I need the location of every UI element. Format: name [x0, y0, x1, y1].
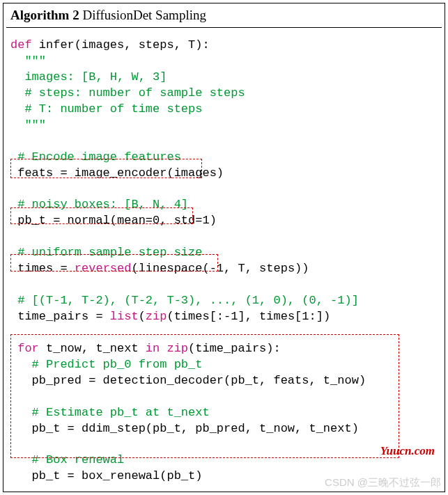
docstring-open: """ [10, 54, 46, 68]
algorithm-title: DiffusionDet Sampling [79, 8, 206, 22]
docstring-line: images: [B, H, W, 3] [10, 70, 167, 84]
docstring-line: # steps: number of sample steps [10, 86, 245, 100]
line-renewal: pb_t = box_renewal(pb_t) [10, 469, 202, 482]
line-ddim: pb_t = ddim_step(pb_t, pb_pred, t_now, t… [10, 422, 359, 435]
line-pbt: pb_t = normal(mean=0, std=1) [10, 214, 217, 227]
yuucn-watermark: Yuucn.com [380, 444, 435, 458]
comment-uniform: # uniform sample step size [10, 246, 202, 259]
keyword-for: for [10, 342, 39, 355]
line-pairs-mid: ( [139, 310, 146, 323]
comment-pairs: # [(T-1, T-2), (T-2, T-3), ..., (1, 0), … [10, 294, 359, 307]
docstring-close: """ [10, 118, 46, 132]
comment-predict: # Predict pb_0 from pb_t [10, 358, 202, 371]
comment-renewal: # Box renewal [10, 453, 124, 466]
line-feats: feats = image_encoder(images) [10, 166, 224, 180]
docstring-line: # T: number of time steps [10, 102, 202, 116]
function-signature: infer(images, steps, T): [32, 38, 210, 52]
keyword-in: in [146, 342, 160, 355]
algorithm-box: Algorithm 2 DiffusionDet Sampling def in… [3, 3, 445, 492]
line-pred: pb_pred = detection_decoder(pb_t, feats,… [10, 374, 366, 387]
line-pairs-pre: time_pairs = [10, 310, 110, 323]
for-mid: t_now, t_next [39, 342, 146, 355]
keyword-list: list [110, 310, 139, 323]
code-block: def infer(images, steps, T): """ images:… [3, 28, 445, 495]
algorithm-number: Algorithm 2 [10, 8, 79, 22]
line-pairs-post: (times[:-1], times[1:]) [167, 310, 330, 323]
keyword-zip2: zip [167, 342, 188, 355]
algorithm-header: Algorithm 2 DiffusionDet Sampling [3, 3, 445, 27]
csdn-watermark: CSDN @三晚不过弦一郎 [325, 476, 441, 489]
for-post1 [160, 342, 167, 355]
line-times-pre: times = [10, 262, 75, 275]
for-post2: (time_pairs): [188, 342, 281, 355]
comment-noisy: # noisy boxes: [B, N, 4] [10, 198, 188, 211]
keyword-zip: zip [146, 310, 167, 323]
comment-encode: # Encode image features [10, 150, 181, 164]
keyword-reversed: reversed [75, 262, 132, 275]
comment-estimate: # Estimate pb_t at t_next [10, 406, 210, 419]
keyword-def: def [10, 38, 32, 52]
line-times-post: (linespace(-1, T, steps)) [131, 262, 309, 275]
